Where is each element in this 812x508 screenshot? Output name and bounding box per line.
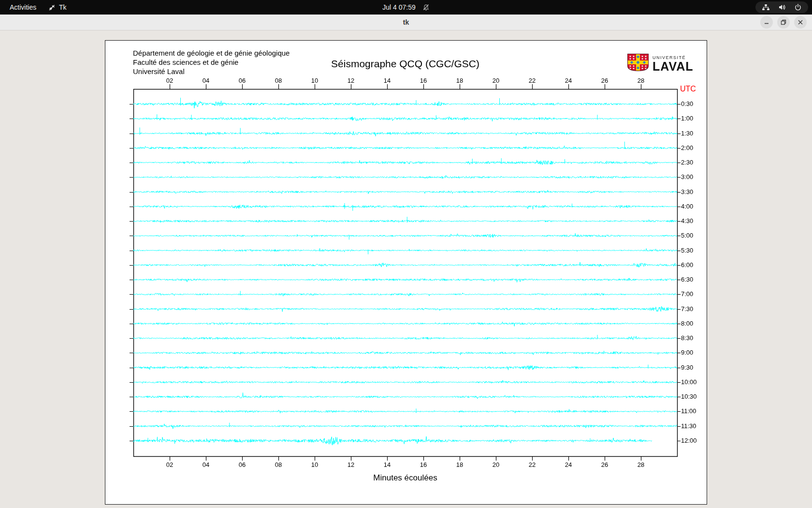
- utc-time-label: 6:30: [681, 276, 693, 283]
- window-title: tk: [0, 15, 812, 30]
- x-tick-label-top: 14: [379, 77, 395, 84]
- clock[interactable]: Jul 4 07:59: [382, 3, 416, 11]
- x-tick-label-bottom: 02: [161, 461, 178, 468]
- x-tick-label-bottom: 08: [270, 461, 287, 468]
- x-tick-label-bottom: 14: [379, 461, 395, 468]
- utc-time-label: 7:00: [681, 290, 693, 298]
- utc-time-label: 0:30: [681, 100, 693, 107]
- system-tray[interactable]: [755, 1, 808, 13]
- utc-time-label: 1:00: [681, 115, 693, 122]
- x-tick-label-bottom: 28: [633, 461, 649, 468]
- x-tick-label-top: 20: [488, 77, 504, 84]
- utc-time-label: 4:00: [681, 203, 693, 210]
- x-tick-label-bottom: 04: [198, 461, 214, 468]
- app-indicator-label: Tk: [59, 3, 67, 11]
- app-indicator-tk[interactable]: Tk: [48, 0, 67, 15]
- x-tick-label-top: 06: [234, 77, 250, 84]
- gnome-top-bar: Activities Tk Jul 4 07:59: [0, 0, 812, 15]
- x-tick-label-bottom: 24: [560, 461, 577, 468]
- x-tick-label-top: 02: [161, 77, 178, 84]
- close-button[interactable]: [794, 16, 807, 29]
- maximize-button[interactable]: [777, 16, 790, 29]
- power-icon: [794, 3, 802, 11]
- utc-time-label: 9:00: [681, 349, 693, 356]
- x-tick-label-top: 08: [270, 77, 287, 84]
- utc-time-label: 11:30: [681, 422, 696, 430]
- utc-time-label: 11:00: [681, 407, 696, 415]
- window-titlebar[interactable]: tk: [0, 15, 812, 30]
- x-tick-label-top: 24: [560, 77, 577, 84]
- department-line: Département de géologie et de génie géol…: [133, 48, 290, 58]
- utc-time-label: 9:30: [681, 364, 693, 371]
- utc-time-label: 2:30: [681, 159, 693, 166]
- x-tick-label-bottom: 22: [524, 461, 540, 468]
- x-tick-label-bottom: 10: [306, 461, 323, 468]
- x-tick-label-top: 26: [596, 77, 613, 84]
- utc-time-label: 6:00: [681, 261, 693, 269]
- x-tick-label-bottom: 20: [488, 461, 504, 468]
- utc-time-label: 12:00: [681, 437, 697, 444]
- x-tick-label-top: 16: [415, 77, 432, 84]
- logo-laval-text: LAVAL: [652, 60, 694, 73]
- utc-time-label: 3:00: [681, 173, 693, 180]
- volume-icon: [778, 3, 786, 11]
- minimize-button[interactable]: [760, 16, 773, 29]
- universite-laval-logo: UNIVERSITÉ LAVAL: [627, 54, 694, 73]
- utc-time-label: 7:30: [681, 305, 693, 313]
- utc-time-label: 2:00: [681, 144, 693, 151]
- utc-time-label: 4:30: [681, 217, 693, 224]
- x-tick-label-top: 10: [306, 77, 323, 84]
- utc-time-label: 5:30: [681, 247, 693, 254]
- x-axis-title: Minutes écoulées: [133, 473, 677, 483]
- chart-title: Séismographe QCQ (CGC/GSC): [133, 58, 677, 70]
- utc-axis-label: UTC: [680, 85, 696, 93]
- network-icon: [762, 3, 770, 11]
- laval-shield-icon: [627, 54, 649, 73]
- utc-time-label: 8:00: [681, 320, 693, 327]
- x-tick-label-top: 04: [198, 77, 214, 84]
- x-tick-label-top: 22: [524, 77, 540, 84]
- seismograph-canvas: [105, 41, 707, 504]
- x-tick-label-bottom: 26: [596, 461, 613, 468]
- utc-time-label: 10:30: [681, 393, 697, 400]
- x-tick-label-bottom: 06: [234, 461, 250, 468]
- tk-app-icon: [48, 4, 56, 11]
- x-tick-label-bottom: 16: [415, 461, 432, 468]
- utc-time-label: 8:30: [681, 334, 693, 342]
- tk-window: Département de géologie et de génie géol…: [105, 40, 707, 505]
- utc-time-label: 1:30: [681, 130, 693, 137]
- utc-time-label: 10:00: [681, 378, 697, 386]
- x-tick-label-top: 28: [633, 77, 649, 84]
- x-tick-label-top: 18: [451, 77, 468, 84]
- utc-time-label: 5:00: [681, 232, 693, 239]
- utc-time-label: 3:30: [681, 188, 693, 195]
- x-tick-label-bottom: 12: [343, 461, 359, 468]
- activities-button[interactable]: Activities: [7, 0, 39, 15]
- x-tick-label-top: 12: [343, 77, 359, 84]
- x-tick-label-bottom: 18: [451, 461, 468, 468]
- notifications-muted-icon: [422, 4, 430, 11]
